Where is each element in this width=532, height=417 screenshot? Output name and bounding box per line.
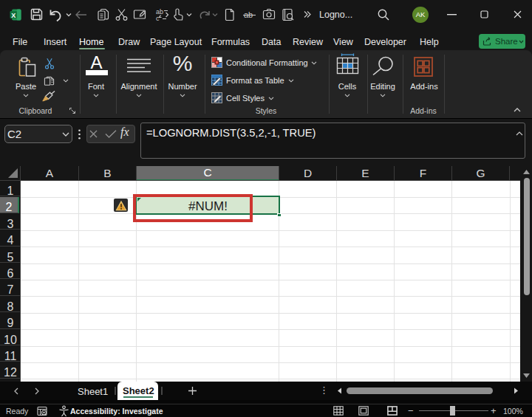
svg-text:c: c	[156, 15, 160, 22]
svg-text:X: X	[11, 12, 16, 19]
